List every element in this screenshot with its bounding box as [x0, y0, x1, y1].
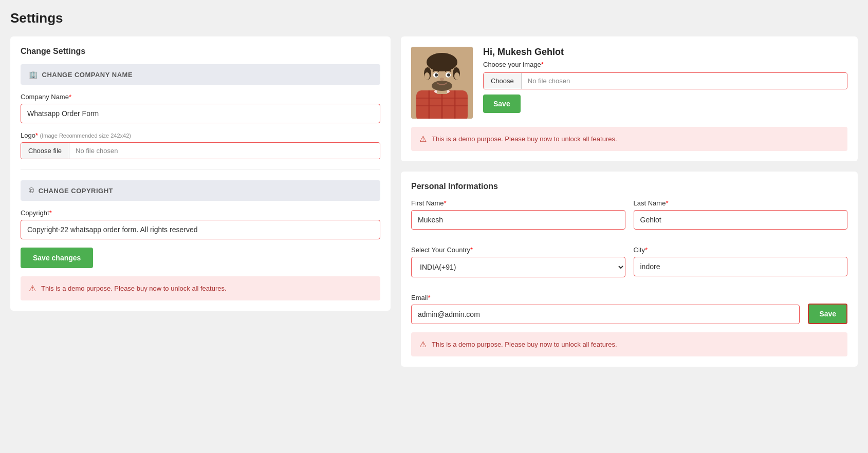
left-panel: Change Settings 🏢 CHANGE COMPANY NAME Co…	[10, 36, 391, 311]
copyright-input[interactable]	[21, 220, 380, 239]
last-name-field-group: Last Name*	[634, 199, 848, 230]
warning-icon-left: ⚠	[29, 284, 36, 293]
hi-name: Hi, Mukesh Gehlot	[483, 47, 847, 58]
svg-point-14	[454, 72, 459, 80]
page-title: Settings	[10, 10, 858, 26]
email-field-group: Email*	[411, 294, 800, 324]
country-city-row: Select Your Country* INDIA(+91) USA(+1) …	[411, 246, 847, 286]
logo-file-input-wrapper: Choose file No file chosen	[21, 142, 380, 159]
choose-image-label: Choose your image*	[483, 61, 847, 68]
last-name-label: Last Name*	[634, 199, 848, 207]
country-select[interactable]: INDIA(+91) USA(+1) UK(+44) Australia(+61…	[411, 257, 625, 277]
logo-choose-file-button[interactable]: Choose file	[21, 143, 69, 159]
main-layout: Change Settings 🏢 CHANGE COMPANY NAME Co…	[10, 36, 858, 367]
first-name-field-group: First Name*	[411, 199, 625, 230]
svg-point-17	[435, 73, 438, 77]
profile-image-file-wrapper: Choose No file chosen	[483, 72, 847, 89]
section-divider	[21, 169, 380, 170]
company-name-field-group: Company Name*	[21, 93, 380, 123]
logo-label: Logo* (Image Recommended size 242x42)	[21, 131, 380, 139]
right-panel: Hi, Mukesh Gehlot Choose your image* Cho…	[401, 36, 858, 367]
save-changes-button[interactable]: Save changes	[21, 248, 93, 268]
left-panel-title: Change Settings	[21, 47, 380, 56]
profile-save-button[interactable]: Save	[483, 95, 521, 113]
personal-info-demo-warning: ⚠ This is a demo purpose. Please buy now…	[411, 332, 847, 356]
copyright-icon: ©	[29, 186, 34, 195]
personal-info-demo-warning-text: This is a demo purpose. Please buy now t…	[432, 341, 617, 348]
logo-field-group: Logo* (Image Recommended size 242x42) Ch…	[21, 131, 380, 159]
first-name-input[interactable]	[411, 210, 625, 230]
email-input[interactable]	[411, 305, 800, 324]
profile-demo-warning-text: This is a demo purpose. Please buy now t…	[432, 135, 617, 143]
email-save-row: Email* Save	[411, 294, 847, 324]
personal-info-save-button[interactable]: Save	[808, 304, 847, 324]
section-company-label: CHANGE COMPANY NAME	[42, 71, 133, 79]
email-label: Email*	[411, 294, 800, 301]
building-icon: 🏢	[29, 70, 38, 79]
profile-info: Hi, Mukesh Gehlot Choose your image* Cho…	[483, 47, 847, 113]
profile-top: Hi, Mukesh Gehlot Choose your image* Cho…	[411, 47, 847, 119]
personal-info-title: Personal Informations	[411, 182, 847, 191]
profile-demo-warning: ⚠ This is a demo purpose. Please buy now…	[411, 127, 847, 151]
city-input[interactable]	[634, 257, 848, 276]
company-name-label: Company Name*	[21, 93, 380, 101]
country-label: Select Your Country*	[411, 246, 625, 254]
left-demo-warning: ⚠ This is a demo purpose. Please buy now…	[21, 276, 380, 300]
personal-info-card: Personal Informations First Name* Last N…	[401, 172, 858, 367]
svg-point-10	[427, 53, 457, 71]
last-name-input[interactable]	[634, 210, 848, 230]
avatar	[411, 47, 473, 119]
svg-point-19	[440, 78, 444, 81]
country-field-group: Select Your Country* INDIA(+91) USA(+1) …	[411, 246, 625, 277]
copyright-label: Copyright*	[21, 209, 380, 217]
svg-point-20	[432, 81, 452, 91]
first-name-label: First Name*	[411, 199, 625, 207]
city-field-group: City*	[634, 246, 848, 277]
warning-icon-personal: ⚠	[419, 339, 427, 349]
profile-card: Hi, Mukesh Gehlot Choose your image* Cho…	[401, 36, 858, 161]
section-company-header: 🏢 CHANGE COMPANY NAME	[21, 64, 380, 85]
section-copyright-header: © CHANGE COPYRIGHT	[21, 180, 380, 201]
profile-choose-file-button[interactable]: Choose	[484, 73, 522, 89]
company-name-input[interactable]	[21, 104, 380, 123]
svg-point-18	[447, 73, 450, 77]
profile-file-name: No file chosen	[522, 73, 847, 89]
svg-point-13	[424, 72, 430, 80]
section-copyright-label: CHANGE COPYRIGHT	[39, 187, 113, 195]
city-label: City*	[634, 246, 848, 254]
logo-file-name: No file chosen	[69, 143, 380, 159]
left-demo-warning-text: This is a demo purpose. Please buy now t…	[41, 285, 227, 292]
copyright-field-group: Copyright*	[21, 209, 380, 239]
name-row: First Name* Last Name*	[411, 199, 847, 238]
warning-icon-profile: ⚠	[419, 134, 427, 144]
